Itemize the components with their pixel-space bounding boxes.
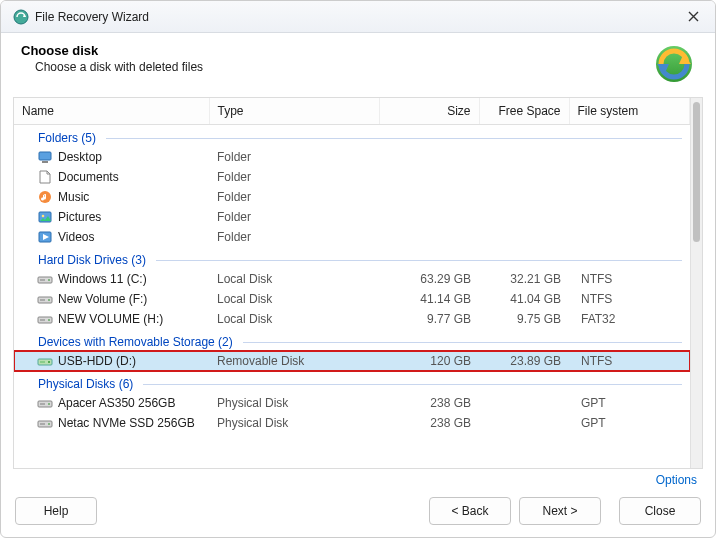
window-title: File Recovery Wizard — [13, 9, 679, 25]
item-size: 9.77 GB — [379, 309, 479, 329]
group-label: Physical Disks (6) — [38, 377, 133, 391]
table-row[interactable]: Windows 11 (C:)Local Disk63.29 GB32.21 G… — [14, 269, 690, 289]
group-label: Hard Disk Drives (3) — [38, 253, 146, 267]
col-free[interactable]: Free Space — [479, 98, 569, 125]
svg-rect-26 — [40, 403, 45, 405]
scrollbar[interactable] — [690, 98, 702, 468]
item-size — [379, 207, 479, 227]
table-row[interactable]: Netac NVMe SSD 256GBPhysical Disk238 GBG… — [14, 413, 690, 433]
svg-point-25 — [48, 403, 50, 405]
item-free: 23.89 GB — [479, 351, 569, 371]
drive-icon — [37, 415, 53, 431]
group-label: Devices with Removable Storage (2) — [38, 335, 233, 349]
drive-icon — [37, 271, 53, 287]
table-row[interactable]: VideosFolder — [14, 227, 690, 247]
table-header-row: Name Type Size Free Space File system — [14, 98, 690, 125]
music-icon — [37, 189, 53, 205]
next-button[interactable]: Next > — [519, 497, 601, 525]
table-row[interactable]: NEW VOLUME (H:)Local Disk9.77 GB9.75 GBF… — [14, 309, 690, 329]
item-size: 63.29 GB — [379, 269, 479, 289]
videos-icon — [37, 229, 53, 245]
item-type: Removable Disk — [209, 351, 379, 371]
col-size[interactable]: Size — [379, 98, 479, 125]
table-row[interactable]: Apacer AS350 256GBPhysical Disk238 GBGPT — [14, 393, 690, 413]
item-free: 9.75 GB — [479, 309, 569, 329]
item-type: Folder — [209, 207, 379, 227]
help-button[interactable]: Help — [15, 497, 97, 525]
item-name: NEW VOLUME (H:) — [58, 312, 163, 326]
item-type: Folder — [209, 167, 379, 187]
item-fs — [569, 187, 690, 207]
item-name: Desktop — [58, 150, 102, 164]
item-type: Local Disk — [209, 309, 379, 329]
item-free — [479, 147, 569, 167]
item-name: Windows 11 (C:) — [58, 272, 147, 286]
item-size — [379, 167, 479, 187]
item-name: USB-HDD (D:) — [58, 354, 136, 368]
table-row[interactable]: New Volume (F:)Local Disk41.14 GB41.04 G… — [14, 289, 690, 309]
group-header: Physical Disks (6) — [14, 371, 690, 393]
footer: Help < Back Next > Close — [1, 487, 715, 537]
table-row[interactable]: DocumentsFolder — [14, 167, 690, 187]
svg-point-28 — [48, 423, 50, 425]
drive-icon — [37, 395, 53, 411]
item-size — [379, 147, 479, 167]
col-type[interactable]: Type — [209, 98, 379, 125]
group-header: Hard Disk Drives (3) — [14, 247, 690, 269]
documents-icon — [37, 169, 53, 185]
options-link[interactable]: Options — [656, 473, 697, 487]
item-name: Apacer AS350 256GB — [58, 396, 175, 410]
item-free: 41.04 GB — [479, 289, 569, 309]
table-row[interactable]: DesktopFolder — [14, 147, 690, 167]
item-fs: NTFS — [569, 289, 690, 309]
desktop-icon — [37, 149, 53, 165]
item-name: Netac NVMe SSD 256GB — [58, 416, 195, 430]
wizard-header: Choose disk Choose a disk with deleted f… — [1, 33, 715, 97]
scrollbar-thumb[interactable] — [693, 102, 700, 242]
usb-icon — [37, 353, 53, 369]
disk-table: Name Type Size Free Space File system Fo… — [14, 98, 690, 433]
item-free — [479, 227, 569, 247]
item-name: Pictures — [58, 210, 101, 224]
item-name: Documents — [58, 170, 119, 184]
item-size: 238 GB — [379, 393, 479, 413]
svg-point-13 — [48, 279, 50, 281]
svg-point-22 — [48, 361, 50, 363]
wizard-icon — [653, 43, 695, 85]
table-row[interactable]: MusicFolder — [14, 187, 690, 207]
item-free — [479, 187, 569, 207]
item-name: Music — [58, 190, 89, 204]
options-link-row: Options — [1, 469, 715, 487]
close-button[interactable]: Close — [619, 497, 701, 525]
pictures-icon — [37, 209, 53, 225]
col-fs[interactable]: File system — [569, 98, 690, 125]
item-free — [479, 207, 569, 227]
table-row[interactable]: USB-HDD (D:)Removable Disk120 GB23.89 GB… — [14, 351, 690, 371]
table-row[interactable]: PicturesFolder — [14, 207, 690, 227]
item-type: Physical Disk — [209, 393, 379, 413]
item-free: 32.21 GB — [479, 269, 569, 289]
close-icon[interactable] — [679, 3, 707, 31]
item-name: New Volume (F:) — [58, 292, 147, 306]
svg-rect-20 — [40, 319, 45, 321]
titlebar: File Recovery Wizard — [1, 1, 715, 33]
svg-rect-6 — [42, 161, 48, 163]
group-header: Devices with Removable Storage (2) — [14, 329, 690, 351]
item-fs: NTFS — [569, 269, 690, 289]
svg-point-16 — [48, 299, 50, 301]
drive-icon — [37, 291, 53, 307]
item-size: 238 GB — [379, 413, 479, 433]
back-button[interactable]: < Back — [429, 497, 511, 525]
item-size — [379, 227, 479, 247]
item-fs — [569, 147, 690, 167]
item-fs: NTFS — [569, 351, 690, 371]
group-header: Folders (5) — [14, 125, 690, 148]
item-fs — [569, 167, 690, 187]
item-name: Videos — [58, 230, 94, 244]
item-type: Local Disk — [209, 289, 379, 309]
item-type: Physical Disk — [209, 413, 379, 433]
svg-rect-29 — [40, 423, 45, 425]
svg-point-9 — [42, 215, 45, 218]
svg-rect-23 — [40, 361, 45, 363]
col-name[interactable]: Name — [14, 98, 209, 125]
